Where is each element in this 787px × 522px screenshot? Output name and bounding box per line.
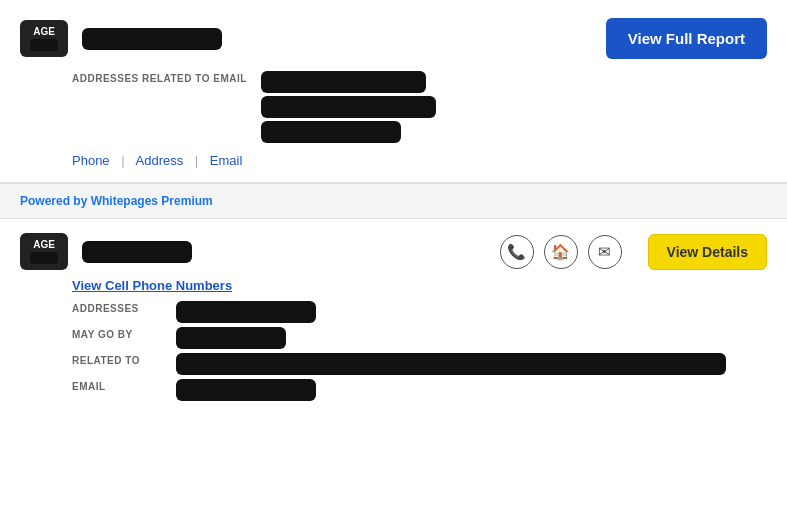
phone-icon-glyph: 📞 — [507, 243, 526, 261]
section2-addresses-values — [176, 301, 316, 323]
address-link[interactable]: Address — [136, 153, 184, 168]
section2-email-label: EMAIL — [72, 379, 162, 395]
section2-relatedto-label: RELATED TO — [72, 353, 162, 369]
home-icon-glyph: 🏠 — [551, 243, 570, 261]
section2-relatedto-row: RELATED TO — [72, 353, 767, 375]
view-details-button[interactable]: View Details — [648, 234, 767, 270]
section1-top-row: AGE View Full Report — [20, 18, 767, 59]
section2-email-row: EMAIL — [72, 379, 767, 401]
result-section-1: AGE View Full Report ADDRESSES RELATED T… — [0, 0, 787, 183]
age-label-2: AGE — [30, 239, 58, 250]
section2-left: AGE — [20, 233, 192, 270]
section2-top-row: AGE 📞 🏠 ✉ View Details — [20, 233, 767, 270]
section2-addresses-label: ADDRESSES — [72, 301, 162, 317]
section2-email-redacted — [176, 379, 316, 401]
name-redacted-2 — [82, 241, 192, 263]
mail-icon-glyph: ✉ — [598, 243, 611, 261]
nav-sep-1: | — [121, 153, 124, 168]
section2-address-redacted-1 — [176, 301, 316, 323]
view-cell-phone-link[interactable]: View Cell Phone Numbers — [72, 278, 232, 293]
phone-link[interactable]: Phone — [72, 153, 110, 168]
age-badge-2: AGE — [20, 233, 68, 270]
powered-by-brand: Whitepages Premium — [91, 194, 213, 208]
address-redacted-3 — [261, 121, 401, 143]
powered-by-bar: Powered by Whitepages Premium — [0, 183, 787, 219]
view-cell-phone-link-container: View Cell Phone Numbers — [72, 278, 767, 293]
name-redacted-1 — [82, 28, 222, 50]
section2-relatedto-redacted — [176, 353, 726, 375]
age-badge-1: AGE — [20, 20, 68, 57]
email-link[interactable]: Email — [210, 153, 243, 168]
section2-maygoby-row: MAY GO BY — [72, 327, 767, 349]
address-redacted-1 — [261, 71, 426, 93]
view-full-report-button[interactable]: View Full Report — [606, 18, 767, 59]
section2-right: 📞 🏠 ✉ View Details — [500, 234, 767, 270]
powered-by-text: Powered by — [20, 194, 91, 208]
address-redacted-2 — [261, 96, 436, 118]
section2-maygoby-redacted — [176, 327, 286, 349]
nav-sep-2: | — [195, 153, 198, 168]
section2-addresses-row: ADDRESSES — [72, 301, 767, 323]
home-icon[interactable]: 🏠 — [544, 235, 578, 269]
section2-info: ADDRESSES MAY GO BY RELATED TO EMAIL — [72, 301, 767, 401]
section2-maygoby-values — [176, 327, 286, 349]
phone-icon[interactable]: 📞 — [500, 235, 534, 269]
section1-nav-links: Phone | Address | Email — [72, 153, 767, 168]
section2-maygoby-label: MAY GO BY — [72, 327, 162, 343]
addresses-values — [261, 71, 436, 143]
icons-group: 📞 🏠 ✉ — [500, 235, 622, 269]
section2-relatedto-values — [176, 353, 726, 375]
addresses-label: ADDRESSES RELATED TO EMAIL — [72, 71, 247, 87]
addresses-row: ADDRESSES RELATED TO EMAIL — [72, 71, 767, 143]
section1-info: ADDRESSES RELATED TO EMAIL — [72, 71, 767, 143]
section1-left: AGE — [20, 20, 222, 57]
result-section-2: AGE 📞 🏠 ✉ View Details View Cell Phone N… — [0, 219, 787, 429]
mail-icon[interactable]: ✉ — [588, 235, 622, 269]
age-label-1: AGE — [30, 26, 58, 37]
section2-email-values — [176, 379, 316, 401]
